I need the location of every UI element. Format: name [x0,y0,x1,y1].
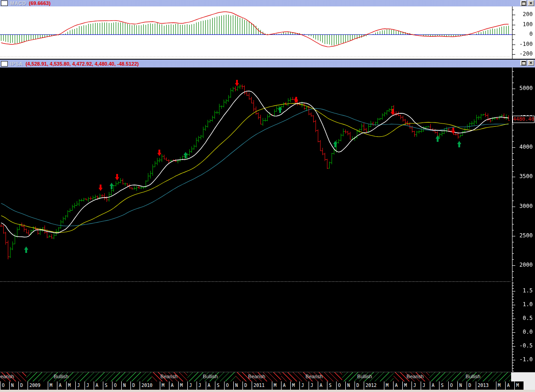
ipsa-checkbox[interactable] [1,61,8,67]
ribbon-label-bearish: Bearish [0,374,14,379]
date-axis-month: M [496,381,505,390]
date-axis-month: D [242,381,252,390]
date-axis-month: M [160,381,169,390]
last-price-tag: 4480.40 [512,116,535,123]
date-axis-month: D [18,381,28,390]
date-axis-year: 2013 [476,381,496,390]
date-axis-year: 2012 [364,381,384,390]
date-axis-month: J [299,381,309,390]
ribbon-segment-bullish [26,372,152,381]
date-axis-month: M [384,381,393,390]
date-axis-month: M [48,381,57,390]
date-axis-month: D [130,381,140,390]
date-axis-month: M [272,381,281,390]
ipsa-ohlc-value: (4,528.91, 4,535.80, 4,472.92, 4,480.40,… [26,61,139,67]
date-axis-month: O [448,381,457,390]
date-axis-month: S [103,381,112,390]
close-icon: ✕ [529,61,533,65]
date-axis-month: M [290,381,299,390]
date-axis-year: 2010 [140,381,160,390]
horizontal-scrollbar[interactable] [0,390,535,392]
date-axis-month: O [224,381,233,390]
ribbon-corner [511,372,535,381]
date-axis-month: D [355,381,364,390]
ribbon-label-bullish: Bullish [203,374,218,379]
date-axis-month: M [178,381,187,390]
date-axis-month: M [402,381,411,390]
maximize-icon [522,61,526,65]
date-axis-month: J [197,381,206,390]
date-axis-month: A [281,381,290,390]
date-axis: OND2009MAMJJASOND2010MAMJJASOND2011MAMJJ… [0,381,524,390]
date-axis-corner [524,381,535,390]
date-axis-month: A [206,381,215,390]
date-axis-month: O [336,381,345,390]
date-axis-month: J [309,381,318,390]
macd-maximize-button[interactable] [520,0,527,6]
date-axis-month: M [66,381,75,390]
ipsa-titlebar[interactable]: IPSA (4,528.91, 4,535.80, 4,472.92, 4,48… [0,59,535,67]
macd-panel[interactable] [0,6,535,59]
date-axis-month: S [327,381,336,390]
macd-window-buttons: ✕ [520,0,534,6]
ipsa-window-buttons: ✕ [520,60,534,66]
signal-ribbon: BearishBullishBearishBullishBearishBeari… [0,372,511,381]
ribbon-label-bullish: Bullish [466,374,480,379]
date-axis-month: A [505,381,514,390]
date-axis-year: 2009 [28,381,48,390]
price-panel[interactable] [0,67,535,281]
macd-close-button[interactable]: ✕ [528,0,534,6]
date-axis-month: N [457,381,467,390]
date-axis-month: J [84,381,94,390]
chart-application-window: MACD (69.6663) ✕ IPSA (4,528.91, 4,535.8… [0,0,535,392]
ipsa-close-button[interactable]: ✕ [528,60,534,66]
macd-title: MACD [10,0,26,6]
date-axis-month: S [215,381,224,390]
ipsa-maximize-button[interactable] [520,60,527,66]
ribbon-label-bullish: Bullish [54,374,68,379]
ribbon-label-bullish: Bullish [357,374,372,379]
maximize-icon [522,1,526,6]
date-axis-month: N [9,381,18,390]
date-axis-month: J [75,381,84,390]
date-axis-month: A [318,381,327,390]
ribbon-label-bearish: Bearish [305,374,322,379]
date-axis-month: J [411,381,421,390]
date-axis-month: D [467,381,476,390]
date-axis-month: S [439,381,448,390]
date-axis-month: A [169,381,178,390]
ribbon-label-bearish: Bearish [406,374,423,379]
close-icon: ✕ [529,1,533,6]
date-axis-month: M [514,381,524,390]
lower-indicator-panel[interactable] [0,282,535,372]
date-axis-month: A [393,381,402,390]
date-axis-month: N [233,381,242,390]
date-axis-month: O [0,381,9,390]
date-axis-month: J [187,381,197,390]
date-axis-month: A [57,381,66,390]
macd-value: (69.6663) [29,0,51,6]
date-axis-month: O [112,381,121,390]
macd-titlebar[interactable]: MACD (69.6663) ✕ [0,0,535,6]
ribbon-label-bearish: Bearish [160,374,177,379]
date-axis-month: A [94,381,103,390]
date-axis-month: N [345,381,355,390]
date-axis-month: N [121,381,130,390]
macd-checkbox[interactable] [1,0,8,6]
date-axis-year: 2011 [252,381,272,390]
date-axis-month: A [430,381,439,390]
ribbon-label-bearish: Bearish [248,374,265,379]
date-axis-month: J [421,381,430,390]
ipsa-title: IPSA [10,61,23,67]
